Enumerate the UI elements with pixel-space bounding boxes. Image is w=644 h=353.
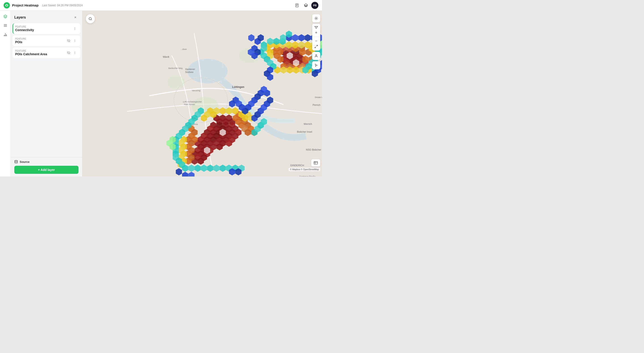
topbar-right: PB <box>294 2 318 9</box>
mini-map-btn[interactable] <box>311 159 320 166</box>
layer-item-content: Feature POIs <box>15 38 64 44</box>
svg-text:NSG Bislicher Insel: NSG Bislicher Insel <box>306 148 322 151</box>
source-label-text: Source <box>20 160 30 164</box>
layer-more-btn[interactable] <box>72 50 78 56</box>
svg-text:Südsee: Südsee <box>185 71 194 73</box>
source-section: Source <box>14 160 78 164</box>
svg-point-24 <box>15 160 18 161</box>
svg-text:Xantener: Xantener <box>185 68 195 71</box>
svg-text:Droste Weg: Droste Weg <box>315 96 322 98</box>
person-icon-btn[interactable] <box>312 52 320 60</box>
svg-point-19 <box>75 41 75 42</box>
map-bottom-right: © Mapbox © OpenStreetMap <box>289 159 320 171</box>
svg-point-17 <box>75 40 75 40</box>
app-title: Project Heatmap <box>12 3 38 7</box>
layer-item[interactable]: Feature Connectivity <box>12 23 80 34</box>
database-icon <box>14 160 18 164</box>
svg-line-54 <box>91 20 92 20</box>
layer-visibility-btn[interactable] <box>66 50 71 56</box>
icon-bar <box>0 11 11 177</box>
svg-point-22 <box>75 53 75 53</box>
svg-text:Werrich: Werrich <box>304 123 312 125</box>
layers-icon-btn[interactable] <box>302 2 310 9</box>
layer-visibility-btn[interactable] <box>66 38 71 43</box>
svg-text:Perrich: Perrich <box>312 104 320 106</box>
map-search-btn[interactable] <box>86 14 95 23</box>
svg-text:Xantener Straße: Xantener Straße <box>299 175 316 177</box>
layer-more-btn[interactable] <box>72 26 78 31</box>
layer-actions <box>72 26 78 31</box>
layer-item-content: Feature POIs Catchment Area <box>15 50 64 56</box>
svg-line-62 <box>315 47 316 48</box>
layer-item[interactable]: Feature POIs <box>12 35 80 46</box>
svg-point-63 <box>316 55 317 56</box>
cursor-icon-btn[interactable] <box>312 61 320 69</box>
svg-point-28 <box>192 97 219 117</box>
layer-more-btn[interactable] <box>72 38 78 43</box>
user-avatar[interactable]: PB <box>311 2 318 9</box>
svg-point-21 <box>75 52 75 52</box>
svg-text:Xa...: Xa... <box>192 116 198 120</box>
add-layer-label: + Add layer <box>38 168 55 172</box>
svg-line-61 <box>316 45 318 46</box>
layer-actions <box>66 38 78 43</box>
svg-point-14 <box>75 29 75 29</box>
layers-nav-btn[interactable] <box>1 13 10 21</box>
layer-name: POIs Catchment Area <box>15 52 64 56</box>
sidebar-title: Layers <box>14 16 26 20</box>
svg-rect-64 <box>314 162 318 164</box>
svg-text:Bankscher Weg: Bankscher Weg <box>168 67 182 69</box>
chart-nav-btn[interactable] <box>1 31 10 39</box>
zoom-in-btn[interactable]: + <box>312 29 320 37</box>
map-attribution: © Mapbox © OpenStreetMap <box>289 168 320 171</box>
svg-point-15 <box>75 29 75 30</box>
svg-point-55 <box>316 18 317 19</box>
svg-text:LVR-Archäologischer: LVR-Archäologischer <box>183 101 202 103</box>
svg-text:...dsee: ...dsee <box>181 48 187 50</box>
layer-type: Feature <box>15 38 64 40</box>
svg-point-30 <box>239 48 261 63</box>
settings-icon-btn[interactable] <box>312 14 320 22</box>
svg-marker-5 <box>4 15 7 17</box>
main-layout: Layers × Feature Connectivity <box>0 11 322 177</box>
list-nav-btn[interactable] <box>1 22 10 30</box>
map-area[interactable]: Xantener Südsee Wardt Bankscher Weg Lütt… <box>82 11 322 177</box>
layer-item-content: Feature Connectivity <box>15 26 70 32</box>
svg-text:Wardt: Wardt <box>163 56 169 58</box>
sidebar-header: Layers × <box>11 11 82 23</box>
map-controls-left <box>86 14 95 23</box>
layer-name: Connectivity <box>15 28 70 32</box>
sidebar-bottom: Source + Add layer <box>11 157 82 177</box>
layer-item[interactable]: Feature POIs Catchment Area <box>12 48 80 58</box>
svg-text:Varusring: Varusring <box>192 90 200 92</box>
layer-type: Feature <box>15 50 64 52</box>
layer-name: POIs <box>15 40 64 44</box>
svg-point-13 <box>75 28 75 28</box>
sidebar: Layers × Feature Connectivity <box>11 11 82 177</box>
add-layer-btn[interactable]: + Add layer <box>14 166 78 174</box>
last-saved: Last Saved: 04:26 PM 09/05/2024 <box>42 4 82 7</box>
topbar: Project Heatmap Last Saved: 04:26 PM 09/… <box>0 0 322 11</box>
svg-point-18 <box>75 41 75 41</box>
sidebar-close-btn[interactable]: × <box>72 14 78 21</box>
svg-point-29 <box>167 76 185 89</box>
svg-point-23 <box>75 54 75 54</box>
svg-point-53 <box>89 18 92 20</box>
layer-type: Feature <box>15 26 70 28</box>
app-logo <box>4 2 10 9</box>
document-icon-btn[interactable] <box>294 2 300 9</box>
layer-actions <box>66 50 78 56</box>
svg-text:Trajaning: Trajaning <box>185 124 194 126</box>
svg-text:Lüttingen: Lüttingen <box>232 86 244 89</box>
zoom-controls: + − <box>312 29 320 45</box>
zoom-out-btn[interactable]: − <box>312 37 320 45</box>
svg-text:Park Xanten: Park Xanten <box>184 103 195 106</box>
layers-list: Feature Connectivity Feature POIs <box>11 23 82 157</box>
map-background: Xantener Südsee Wardt Bankscher Weg Lütt… <box>82 11 322 177</box>
svg-text:Bislicher Insel: Bislicher Insel <box>297 130 312 133</box>
